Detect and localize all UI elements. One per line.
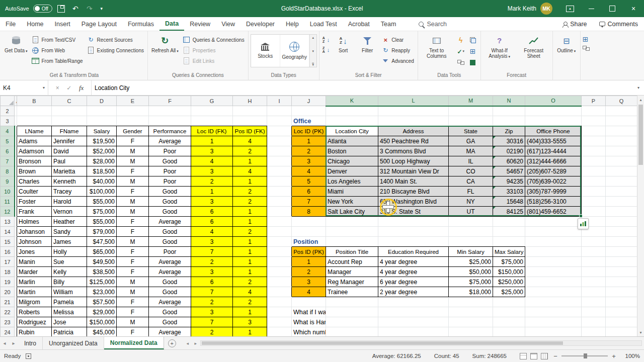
cell-O21[interactable] [525, 297, 582, 307]
cell-L4[interactable]: Address [378, 126, 449, 136]
cell-E16[interactable]: F [117, 247, 149, 257]
cell-J24[interactable]: Which number do I call to get in touch w… [292, 327, 326, 337]
row-header-23[interactable]: 23 [1, 317, 15, 327]
cell-G15[interactable]: 3 [191, 237, 233, 247]
cell-J23[interactable]: What is Harold Foster's current salary? [292, 317, 326, 327]
cell-N15[interactable] [493, 237, 525, 247]
cell-N11[interactable]: 15648 [493, 197, 525, 207]
cell-H11[interactable]: 2 [233, 197, 267, 207]
zoom-slider-knob[interactable] [584, 353, 587, 358]
cell-H12[interactable]: 1 [233, 207, 267, 217]
cell-G4[interactable]: Loc ID (FK) [191, 126, 233, 136]
formula-input[interactable]: Location City [92, 80, 633, 95]
sheet-tab-normalized-data[interactable]: Normalized Data [104, 337, 164, 349]
cell-K17[interactable]: Account Rep [326, 257, 378, 267]
cell-D8[interactable]: $18,500 [87, 166, 117, 176]
cell-K6[interactable]: Boston [326, 146, 378, 156]
cell-I13[interactable] [267, 217, 292, 227]
cell-O11[interactable]: (518)256-3100 [525, 197, 582, 207]
cell-G5[interactable]: 1 [191, 136, 233, 146]
cell-N7[interactable]: 60620 [493, 156, 525, 166]
cell-B19[interactable]: Marlin [17, 277, 52, 287]
cell-M12[interactable]: UT [449, 207, 493, 217]
cell-F14[interactable]: Good [149, 227, 191, 237]
cell-E15[interactable]: M [117, 237, 149, 247]
tab-home[interactable]: Home [21, 17, 49, 31]
redo-icon[interactable] [85, 3, 95, 14]
cell-E18[interactable]: F [117, 267, 149, 277]
cell-D15[interactable]: $47,500 [87, 237, 117, 247]
column-header-G[interactable]: G [191, 96, 233, 106]
cell-G22[interactable]: 3 [191, 307, 233, 317]
cell-Q5[interactable] [606, 136, 637, 146]
cell-P5[interactable] [582, 136, 606, 146]
cell-P24[interactable] [582, 327, 606, 337]
cell-M8[interactable]: CO [449, 166, 493, 176]
column-header-O[interactable]: O [525, 96, 582, 106]
cell-O13[interactable] [525, 217, 582, 227]
cell-Q3[interactable] [606, 116, 637, 126]
cell-N3[interactable] [493, 116, 525, 126]
cell-N21[interactable] [493, 297, 525, 307]
cell-E23[interactable]: M [117, 317, 149, 327]
cell-C8[interactable]: Marietta [52, 166, 87, 176]
what-if-analysis-button[interactable]: What-If Analysis [483, 33, 516, 59]
cell-M19[interactable]: $75,000 [449, 277, 493, 287]
cell-E8[interactable]: F [117, 166, 149, 176]
row-header-4[interactable]: 4 [1, 126, 15, 136]
cell-L13[interactable] [378, 217, 449, 227]
cell-I12[interactable] [267, 207, 292, 217]
cell-B11[interactable]: Foster [17, 197, 52, 207]
cell-N17[interactable]: $75,000 [493, 257, 525, 267]
cell-L11[interactable]: 650 Washington Blvd [378, 197, 449, 207]
cell-B10[interactable]: Coulter [17, 187, 52, 197]
cell-L12[interactable]: 316 S. State St [378, 207, 449, 217]
cell-E22[interactable]: F [117, 307, 149, 317]
cell-D17[interactable]: $49,500 [87, 257, 117, 267]
cell-G20[interactable]: 7 [191, 287, 233, 297]
from-web-button[interactable]: From Web [30, 45, 85, 55]
cell-J9[interactable]: 5 [292, 176, 326, 187]
cell-Q19[interactable] [606, 277, 637, 287]
ribbon-search[interactable]: Search [415, 17, 451, 31]
cell-E12[interactable]: M [117, 207, 149, 217]
cell-Q16[interactable] [606, 247, 637, 257]
cell-D14[interactable]: $79,000 [87, 227, 117, 237]
horizontal-scrollbar-thumb[interactable] [202, 341, 563, 345]
cell-I24[interactable] [267, 327, 292, 337]
cell-I5[interactable] [267, 136, 292, 146]
cell-N10[interactable]: 33103 [493, 187, 525, 197]
sheet-scroll-right-icon[interactable] [9, 337, 18, 349]
cell-E2[interactable] [117, 106, 149, 116]
quick-analysis-button[interactable] [578, 218, 589, 229]
cell-G16[interactable]: 7 [191, 247, 233, 257]
cell-B6[interactable]: Adamson [17, 146, 52, 156]
row-header-24[interactable]: 24 [1, 327, 15, 337]
cell-L16[interactable]: Education Required [378, 247, 449, 257]
cell-F10[interactable]: Good [149, 187, 191, 197]
hscroll-right-icon[interactable] [192, 341, 199, 346]
enter-icon[interactable] [66, 84, 71, 92]
hscroll-left-icon[interactable] [184, 341, 191, 346]
cell-J10[interactable]: 6 [292, 187, 326, 197]
cell-K18[interactable]: Manager [326, 267, 378, 277]
cell-C7[interactable]: Paul [52, 156, 87, 166]
cell-D6[interactable]: $52,000 [87, 146, 117, 156]
cell-L8[interactable]: 312 Mountain View Dr [378, 166, 449, 176]
cell-J13[interactable] [292, 217, 326, 227]
cell-E4[interactable]: Gender [117, 126, 149, 136]
cell-K22[interactable] [326, 307, 378, 317]
tab-team[interactable]: Team [375, 17, 402, 31]
cell-M11[interactable]: NY [449, 197, 493, 207]
tab-load-test[interactable]: Load Test [304, 17, 343, 31]
cell-C14[interactable]: Sandy [52, 227, 87, 237]
cell-I19[interactable] [267, 277, 292, 287]
cell-D18[interactable]: $38,500 [87, 267, 117, 277]
cell-N24[interactable] [493, 327, 525, 337]
save-icon[interactable] [56, 3, 66, 14]
cell-B21[interactable]: Milgrom [17, 297, 52, 307]
recent-sources-button[interactable]: Recent Sources [86, 35, 145, 45]
cell-J16[interactable]: Pos ID (PK) [292, 247, 326, 257]
vertical-scrollbar[interactable] [637, 96, 644, 336]
cell-O6[interactable]: (617)123-4444 [525, 146, 582, 156]
